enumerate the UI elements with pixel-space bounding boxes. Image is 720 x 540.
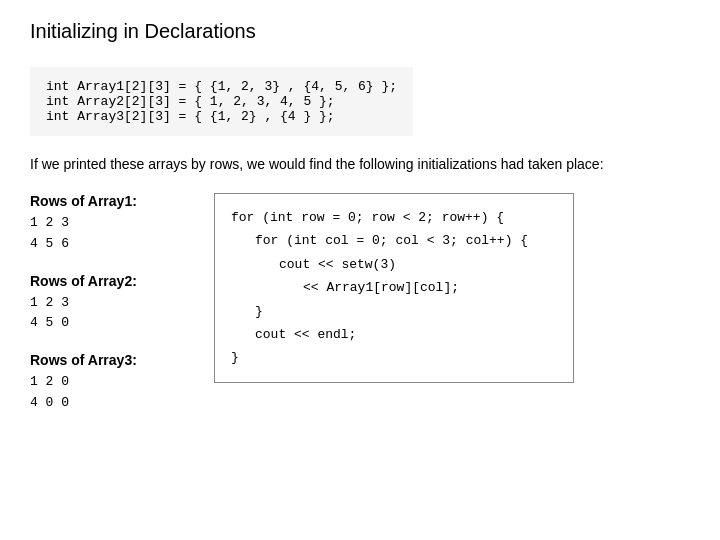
array2-row2: 4 5 0 — [30, 313, 190, 334]
loop-line3: cout << setw(3) — [231, 253, 557, 276]
loop-line6: cout << endl; — [231, 323, 557, 346]
description-text: If we printed these arrays by rows, we w… — [30, 154, 630, 175]
decl-line-1: int Array1[2][3] = { {1, 2, 3} , {4, 5, … — [46, 79, 397, 94]
array1-label: Rows of Array1: — [30, 193, 190, 209]
content-area: Rows of Array1: 1 2 3 4 5 6 Rows of Arra… — [30, 193, 690, 432]
array2-row1: 1 2 3 — [30, 293, 190, 314]
decl-line-3: int Array3[2][3] = { {1, 2} , {4 } }; — [46, 109, 397, 124]
array1-row2: 4 5 6 — [30, 234, 190, 255]
array2-label: Rows of Array2: — [30, 273, 190, 289]
loop-code-block: for (int row = 0; row < 2; row++) { for … — [214, 193, 574, 383]
array1-row1: 1 2 3 — [30, 213, 190, 234]
loop-line1: for (int row = 0; row < 2; row++) { — [231, 210, 504, 225]
array3-row1: 1 2 0 — [30, 372, 190, 393]
array3-row2: 4 0 0 — [30, 393, 190, 414]
loop-line4: << Array1[row][col]; — [231, 276, 557, 299]
loop-line2: for (int col = 0; col < 3; col++) { — [231, 229, 557, 252]
page-title: Initializing in Declarations — [30, 20, 690, 43]
loop-line5: } — [231, 300, 557, 323]
array2-section: Rows of Array2: 1 2 3 4 5 0 — [30, 273, 190, 335]
array1-section: Rows of Array1: 1 2 3 4 5 6 — [30, 193, 190, 255]
loop-line7: } — [231, 350, 239, 365]
array3-section: Rows of Array3: 1 2 0 4 0 0 — [30, 352, 190, 414]
array3-label: Rows of Array3: — [30, 352, 190, 368]
decl-line-2: int Array2[2][3] = { 1, 2, 3, 4, 5 }; — [46, 94, 397, 109]
rows-column: Rows of Array1: 1 2 3 4 5 6 Rows of Arra… — [30, 193, 190, 432]
declarations-code: int Array1[2][3] = { {1, 2, 3} , {4, 5, … — [30, 67, 413, 136]
